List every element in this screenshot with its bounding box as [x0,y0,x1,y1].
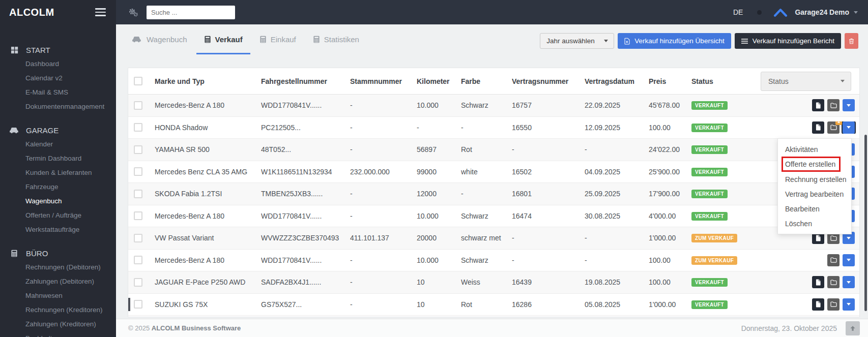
row-checkbox[interactable] [134,190,142,198]
add-sale-report-button[interactable]: Verkauf hinzufügen Bericht [735,33,841,49]
footer: © 2025 ALCOLM Business Software Donnerst… [116,319,868,337]
footer-date: Donnerstag, 23. Oktober 2025 [741,324,837,332]
copyright-brand-link[interactable]: ALCOLM Business Software [152,324,241,332]
brand-chevron-icon[interactable] [773,8,788,17]
row-checkbox[interactable] [134,123,142,132]
cell-vertragsdatum: - [585,256,649,264]
row-actions-dropdown-button[interactable] [843,298,855,311]
cell-vertragsnummer: 16439 [512,278,585,286]
settings-gears-icon[interactable] [128,8,138,17]
sidebar-item-fahrzeuge[interactable]: Fahrzeuge [0,180,116,194]
row-actions-dropdown-button[interactable] [843,276,855,288]
cell-marke: HONDA Shadow [155,124,261,132]
cell-kilometer: 10.000 [417,256,461,264]
row-checkbox[interactable] [134,278,142,287]
row-actions-dropdown-button[interactable] [843,99,855,111]
menu-item-rechnung-erstellen[interactable]: Rechnung erstellen [778,172,851,187]
row-actions-cell [753,99,859,111]
cell-stammnummer: - [350,212,417,220]
sidebar-item-rechnungen-debitoren[interactable]: Rechnungen (Debitoren) [0,260,116,274]
cell-status: VERKAUFT [691,300,753,309]
tab-wagenbuch[interactable]: Wagenbuch [131,24,188,54]
cell-marke: VW Passat Variant [155,234,261,242]
folder-icon [830,280,837,285]
sidebar-item-werkstattaufträge[interactable]: Werkstattaufträge [0,223,116,237]
toolbar-actions: Jahr auswählen Verkauf hinzufügen Übersi… [540,33,858,49]
scroll-indicator [128,298,130,311]
sidebar-item-zahlungen-kreditoren[interactable]: Zahlungen (Kreditoren) [0,317,116,331]
cell-preis: 45'678.00 [649,101,691,109]
status-dot-icon [757,10,762,15]
sidebar-item-mahnwesen[interactable]: Mahnwesen [0,289,116,303]
app-logo[interactable]: ALCOLM [9,7,54,18]
sidebar-item-rechnungen-kreditoren[interactable]: Rechnungen (Kreditoren) [0,303,116,317]
row-checkbox-cell [128,145,155,154]
delete-button[interactable] [845,33,858,49]
row-checkbox[interactable] [134,167,142,176]
cell-preis: 4'000.00 [649,212,691,220]
main-content: WagenbuchVerkaufEinkaufStatistiken Jahr … [116,24,868,319]
cell-status: VERKAUFT [691,145,753,154]
sidebar-section-garage[interactable]: GARAGE [0,123,116,137]
sidebar-item-calendar-v2[interactable]: Calendar v2 [0,71,116,85]
documents-folder-button[interactable]: 1 [827,121,840,134]
row-actions-dropdown-button[interactable] [843,254,855,266]
tab-verkauf[interactable]: Verkauf [204,24,244,54]
search-input[interactable] [147,6,235,19]
row-checkbox[interactable] [134,256,142,264]
documents-folder-button[interactable] [827,298,840,311]
pdf-button[interactable] [812,121,824,134]
sidebar-item-kunden-lieferanten[interactable]: Kunden & Lieferanten [0,166,116,180]
tab-statistiken[interactable]: Statistiken [312,24,360,54]
add-sale-overview-button[interactable]: Verkauf hinzufügen Übersicht [618,33,731,49]
sidebar-item-offerten-aufträge[interactable]: Offerten / Aufträge [0,208,116,223]
sidebar-item-dokumentenmanagement[interactable]: Dokumentenmanagement [0,100,116,114]
menu-item-offerte-erstellen[interactable]: Offerte erstellen [782,157,841,172]
row-checkbox[interactable] [134,211,142,220]
table-row: Mercedes-Benz A 180WDD1770841V......-10.… [128,205,859,228]
sidebar-item-kalender[interactable]: Kalender [0,137,116,151]
menu-item-vertrag-bearbeiten[interactable]: Vertrag bearbeiten [778,187,851,201]
column-header-status: Status [691,77,753,85]
row-actions-dropdown-button[interactable] [843,121,855,134]
vertical-scrollbar[interactable] [864,135,867,311]
pdf-button[interactable] [812,99,824,111]
pdf-button[interactable] [812,298,824,311]
folder-icon [830,301,837,307]
sidebar-item-termin-dashboard[interactable]: Termin Dashboard [0,151,116,166]
row-checkbox[interactable] [134,145,142,154]
sidebar-section-büro[interactable]: BÜRO [0,246,116,260]
row-checkbox[interactable] [134,300,142,309]
scroll-to-top-button[interactable] [846,321,860,335]
tab-einkauf[interactable]: Einkauf [259,24,297,54]
sidebar-item-wagenbuch[interactable]: Wagenbuch [0,194,116,208]
cell-marke: YAMAHA SR 500 [155,145,261,154]
documents-folder-button[interactable] [827,254,840,266]
cell-kilometer: 56897 [417,145,461,154]
language-selector[interactable]: DE [733,8,743,16]
menu-item-bearbeiten[interactable]: Bearbeiten [778,201,851,216]
select-all-checkbox[interactable] [134,77,142,85]
file-pdf-icon [816,279,821,286]
sidebar-item-e-mail-sms[interactable]: E-Mail & SMS [0,85,116,100]
pdf-button[interactable] [812,276,824,288]
account-menu[interactable]: Garage24 Demo [795,8,849,16]
menu-toggle-icon[interactable] [95,6,106,18]
table-row: SKODA Fabia 1.2TSITMBEN25JXB3......-1200… [128,183,859,205]
calculator-icon [9,250,19,257]
row-checkbox[interactable] [134,234,142,242]
table-row: SUZUKI GS 75XGS75X527...-10Rot1628605.08… [128,294,859,316]
year-select[interactable]: Jahr auswählen [540,33,614,49]
menu-item-aktivitäten[interactable]: Aktivitäten [778,142,851,157]
sidebar-item-zahlungen-debitoren[interactable]: Zahlungen (Debitoren) [0,274,116,289]
documents-folder-button[interactable] [827,99,840,111]
status-filter-select[interactable]: Status [761,72,851,91]
copyright-prefix: © 2025 [128,324,150,332]
documents-folder-button[interactable] [827,276,840,288]
sidebar-section-start[interactable]: START [0,43,116,57]
menu-item-löschen[interactable]: Löschen [778,216,851,231]
sidebar-item-dashboard[interactable]: Dashboard [0,57,116,71]
sidebar-item-buchhaltung[interactable]: Buchhaltung [0,331,116,337]
row-checkbox[interactable] [134,101,142,110]
app-root: ALCOLM STARTDashboardCalendar v2E-Mail &… [0,0,868,337]
